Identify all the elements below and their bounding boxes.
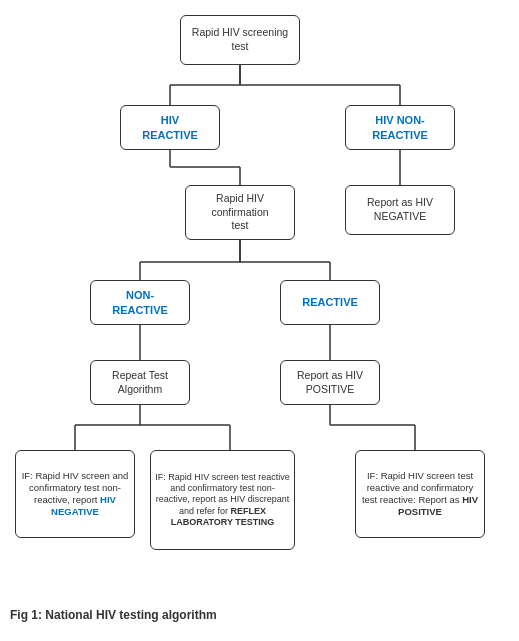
if-discrepant-box: IF: Rapid HIV screen test reactive and c…: [150, 450, 295, 550]
repeat-test-box: Repeat TestAlgorithm: [90, 360, 190, 405]
non-reactive-box: NON-REACTIVE: [90, 280, 190, 325]
report-hiv-negative-top-box: Report as HIVNEGATIVE: [345, 185, 455, 235]
if-negative-box: IF: Rapid HIV screen and confirmatory te…: [15, 450, 135, 538]
rapid-confirmation-box: Rapid HIVconfirmationtest: [185, 185, 295, 240]
figure-caption: Fig 1: National HIV testing algorithm: [10, 608, 509, 622]
hiv-reactive-box: HIVREACTIVE: [120, 105, 220, 150]
hiv-algorithm-diagram: Rapid HIV screening test HIVREACTIVE HIV…: [10, 10, 509, 600]
reactive-box: REACTIVE: [280, 280, 380, 325]
hiv-non-reactive-box: HIV NON-REACTIVE: [345, 105, 455, 150]
rapid-screening-box: Rapid HIV screening test: [180, 15, 300, 65]
report-hiv-positive-box: Report as HIVPOSITIVE: [280, 360, 380, 405]
if-positive-box: IF: Rapid HIV screen test reactive and c…: [355, 450, 485, 538]
